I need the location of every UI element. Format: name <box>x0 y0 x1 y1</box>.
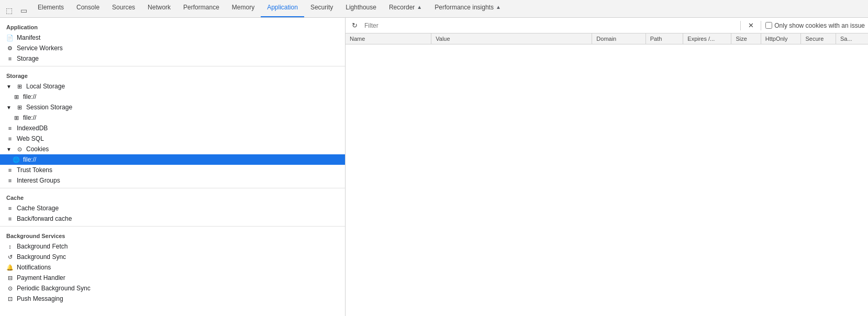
sidebar-item-payment-handler[interactable]: ⊟ Payment Handler <box>0 273 345 283</box>
table-toolbar: ↻ ✕ Only show cookies with an issue <box>346 18 868 33</box>
section-header-storage: Storage <box>0 69 345 81</box>
device-toolbar-icon[interactable]: ▭ <box>17 4 30 17</box>
payment-handler-icon: ⊟ <box>6 275 14 281</box>
sidebar-item-label: Storage <box>17 55 39 62</box>
main-content: ↻ ✕ Only show cookies with an issue Name… <box>346 18 868 316</box>
sidebar-item-storage[interactable]: ≡ Storage <box>0 53 345 64</box>
sidebar-item-local-storage[interactable]: ▼ ⊞ Local Storage <box>0 81 345 92</box>
cookies-data-table: Name Value Domain Path Expires /... Size… <box>346 33 868 44</box>
tab-network[interactable]: Network <box>141 0 177 17</box>
tab-memory[interactable]: Memory <box>226 0 261 17</box>
column-header-value[interactable]: Value <box>431 33 592 44</box>
issues-only-checkbox[interactable] <box>765 22 772 29</box>
tab-application[interactable]: Application <box>261 0 304 17</box>
devtools-tab-bar: ⬚ ▭ Elements Console Sources Network Per… <box>0 0 868 18</box>
clear-filter-button[interactable]: ✕ <box>745 20 756 31</box>
sidebar-item-label: Push Messaging <box>17 295 63 302</box>
sidebar-item-label: Cookies <box>26 145 49 153</box>
tab-recorder[interactable]: Recorder ▲ <box>383 0 428 17</box>
sidebar-item-bg-sync[interactable]: ↺ Background Sync <box>0 252 345 262</box>
sidebar-item-label: IndexedDB <box>17 125 48 132</box>
sidebar-divider-1 <box>0 66 345 66</box>
sidebar: Application 📄 Manifest ⚙ Service Workers… <box>0 18 346 316</box>
sidebar-divider-2 <box>0 188 345 188</box>
session-storage-icon: ⊞ <box>16 104 23 111</box>
local-storage-icon: ⊞ <box>16 83 23 90</box>
sidebar-item-push-messaging[interactable]: ⊡ Push Messaging <box>0 294 345 304</box>
sidebar-item-notifications[interactable]: 🔔 Notifications <box>0 262 345 273</box>
sidebar-item-label: Session Storage <box>26 104 72 111</box>
section-header-application: Application <box>0 20 345 32</box>
sidebar-item-label: file:// <box>23 114 36 121</box>
section-header-bg-services: Background Services <box>0 229 345 241</box>
push-messaging-icon: ⊡ <box>6 296 14 302</box>
filter-separator-2 <box>761 21 761 30</box>
devtools-body: Application 📄 Manifest ⚙ Service Workers… <box>0 18 868 316</box>
local-storage-arrow: ▼ <box>6 84 13 89</box>
sidebar-item-trust-tokens[interactable]: ≡ Trust Tokens <box>0 165 345 175</box>
sidebar-item-label: Local Storage <box>26 83 65 90</box>
indexeddb-icon: ≡ <box>6 125 14 131</box>
periodic-bg-sync-icon: ⊙ <box>6 285 14 292</box>
sidebar-item-periodic-bg-sync[interactable]: ⊙ Periodic Background Sync <box>0 283 345 294</box>
column-header-expires[interactable]: Expires /... <box>683 33 731 44</box>
column-header-httponly[interactable]: HttpOnly <box>761 33 801 44</box>
sidebar-item-cookies[interactable]: ▼ ⊙ Cookies <box>0 144 345 154</box>
column-header-name[interactable]: Name <box>346 33 431 44</box>
sidebar-item-cache-storage[interactable]: ≡ Cache Storage <box>0 203 345 213</box>
bg-sync-icon: ↺ <box>6 254 14 261</box>
sidebar-item-indexeddb[interactable]: ≡ IndexedDB <box>0 123 345 133</box>
tab-performance[interactable]: Performance <box>177 0 226 17</box>
session-storage-file-icon: ⊞ <box>13 115 20 121</box>
issues-only-label[interactable]: Only show cookies with an issue <box>765 22 865 29</box>
sidebar-item-back-forward-cache[interactable]: ≡ Back/forward cache <box>0 213 345 224</box>
service-workers-icon: ⚙ <box>6 45 14 52</box>
recorder-badge: ▲ <box>417 2 422 13</box>
column-header-size[interactable]: Size <box>731 33 761 44</box>
sidebar-item-session-storage-file[interactable]: ⊞ file:// <box>0 112 345 123</box>
tab-security[interactable]: Security <box>304 0 339 17</box>
sidebar-item-interest-groups[interactable]: ≡ Interest Groups <box>0 175 345 186</box>
sidebar-item-cookies-file[interactable]: 🌐 file:// <box>0 154 345 165</box>
section-header-cache: Cache <box>0 190 345 203</box>
sidebar-item-label: Notifications <box>17 264 51 271</box>
column-header-samesite[interactable]: Sa... <box>836 33 868 44</box>
cookies-arrow: ▼ <box>6 146 13 152</box>
refresh-button[interactable]: ↻ <box>349 20 360 31</box>
tab-lighthouse[interactable]: Lighthouse <box>339 0 383 17</box>
sidebar-item-label: Service Workers <box>17 44 63 52</box>
sidebar-item-label: Trust Tokens <box>17 166 52 174</box>
sidebar-item-bg-fetch[interactable]: ↕ Background Fetch <box>0 241 345 252</box>
cookies-icon: ⊙ <box>16 146 23 153</box>
sidebar-item-label: Cache Storage <box>17 205 59 212</box>
sidebar-item-label: Background Fetch <box>17 243 68 250</box>
sidebar-item-label: file:// <box>23 156 36 163</box>
column-header-domain[interactable]: Domain <box>592 33 646 44</box>
sidebar-item-service-workers[interactable]: ⚙ Service Workers <box>0 43 345 53</box>
cookie-table: Name Value Domain Path Expires /... Size… <box>346 33 868 316</box>
storage-icon: ≡ <box>6 55 14 62</box>
sidebar-item-local-storage-file[interactable]: ⊞ file:// <box>0 92 345 102</box>
perf-insights-badge: ▲ <box>496 2 501 13</box>
tab-performance-insights[interactable]: Performance insights ▲ <box>428 0 507 17</box>
sidebar-item-label: Web SQL <box>17 135 44 142</box>
column-header-secure[interactable]: Secure <box>801 33 836 44</box>
sidebar-item-label: Manifest <box>17 34 40 41</box>
tab-console[interactable]: Console <box>70 0 106 17</box>
filter-input[interactable] <box>362 21 736 30</box>
tab-elements[interactable]: Elements <box>31 0 70 17</box>
sidebar-item-manifest[interactable]: 📄 Manifest <box>0 32 345 43</box>
sidebar-item-websql[interactable]: ≡ Web SQL <box>0 133 345 144</box>
trust-tokens-icon: ≡ <box>6 167 14 173</box>
cookies-file-icon: 🌐 <box>13 156 20 163</box>
issues-only-text: Only show cookies with an issue <box>774 22 865 29</box>
column-header-path[interactable]: Path <box>646 33 683 44</box>
cache-storage-icon: ≡ <box>6 205 14 211</box>
sidebar-item-session-storage[interactable]: ▼ ⊞ Session Storage <box>0 102 345 112</box>
sidebar-item-label: Background Sync <box>17 253 66 261</box>
tab-sources[interactable]: Sources <box>106 0 141 17</box>
local-storage-file-icon: ⊞ <box>13 94 20 100</box>
table-header-row: Name Value Domain Path Expires /... Size… <box>346 33 868 44</box>
sidebar-divider-3 <box>0 226 345 227</box>
inspect-icon[interactable]: ⬚ <box>2 4 16 17</box>
